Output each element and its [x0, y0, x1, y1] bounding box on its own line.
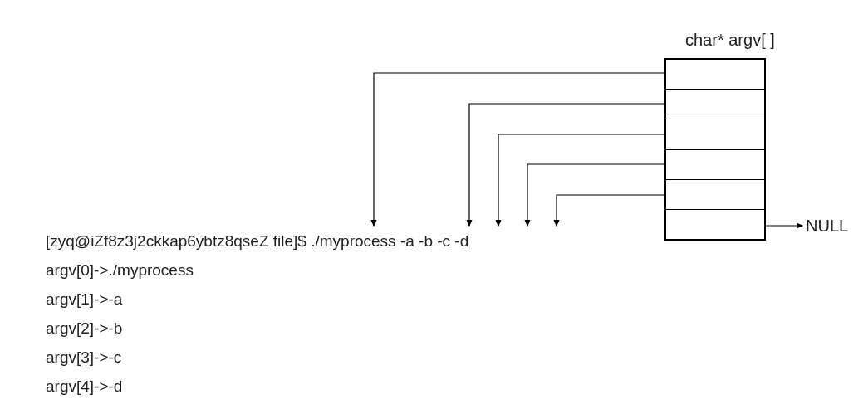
argv-array-box	[664, 58, 766, 241]
argv-line-0: argv[0]->./myprocess	[46, 261, 194, 280]
arrow-argv3	[527, 164, 664, 226]
argv-cell-0	[666, 60, 764, 89]
arrow-argv2	[498, 134, 664, 226]
argv-line-4: argv[4]->-d	[46, 378, 122, 397]
arrow-argv1	[469, 104, 664, 226]
argv-cell-3	[666, 149, 764, 179]
arrow-argv0	[374, 73, 664, 226]
argv-cell-1	[666, 89, 764, 119]
argv-line-3: argv[3]->-c	[46, 348, 121, 368]
argv-array-title: char* argv[ ]	[685, 31, 775, 50]
argv-line-1: argv[1]->-a	[46, 290, 122, 309]
argv-cell-2	[666, 119, 764, 149]
command-line: [zyq@iZf8z3j2ckkap6ybtz8qseZ file]$ ./my…	[46, 232, 468, 251]
argv-cell-4	[666, 179, 764, 209]
arrow-argv4	[557, 195, 664, 226]
null-label: NULL	[806, 216, 848, 236]
argv-cell-5	[666, 209, 764, 239]
argv-line-2: argv[2]->-b	[46, 319, 122, 339]
